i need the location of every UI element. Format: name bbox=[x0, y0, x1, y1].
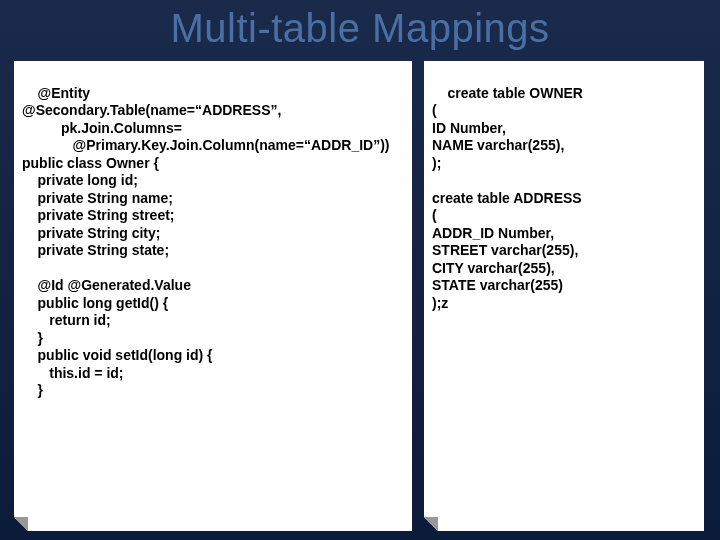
sql-code-panel: create table OWNER ( ID Number, NAME var… bbox=[424, 61, 704, 531]
content-row: @Entity @Secondary.Table(name=“ADDRESS”,… bbox=[0, 61, 720, 531]
slide-title: Multi-table Mappings bbox=[0, 0, 720, 61]
java-code-text: @Entity @Secondary.Table(name=“ADDRESS”,… bbox=[22, 85, 390, 399]
page-curl-icon bbox=[14, 517, 28, 531]
java-code-panel: @Entity @Secondary.Table(name=“ADDRESS”,… bbox=[14, 61, 412, 531]
page-curl-icon bbox=[424, 517, 438, 531]
sql-code-text: create table OWNER ( ID Number, NAME var… bbox=[432, 85, 583, 311]
